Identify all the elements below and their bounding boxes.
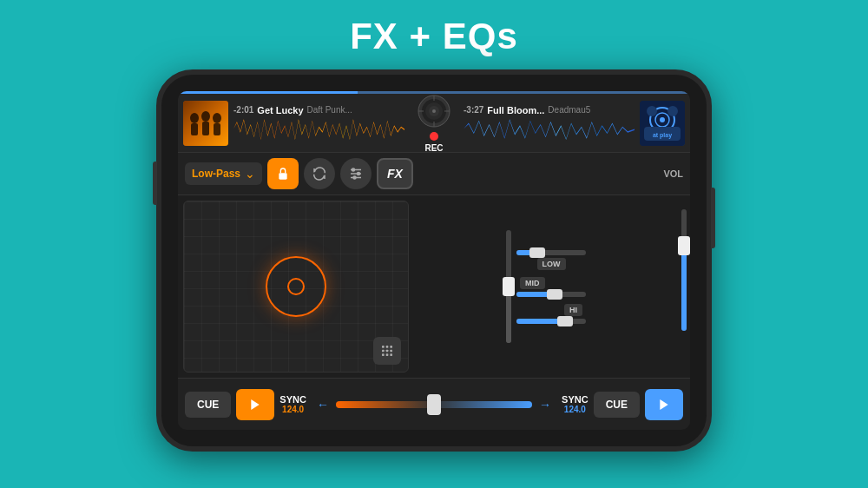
progress-bar-container bbox=[178, 91, 690, 94]
svg-point-22 bbox=[667, 106, 678, 116]
track-info-section: -2:01 Get Lucky Daft Punk... bbox=[178, 94, 690, 153]
svg-rect-34 bbox=[390, 346, 392, 348]
page-title: FX + EQs bbox=[350, 16, 518, 57]
svg-rect-38 bbox=[382, 353, 385, 356]
filter-dropdown[interactable]: Low-Pass ⌄ bbox=[185, 162, 262, 185]
svg-rect-5 bbox=[202, 122, 209, 135]
svg-point-2 bbox=[190, 113, 199, 123]
lock-button[interactable] bbox=[267, 158, 299, 189]
progress-bar-right bbox=[358, 91, 691, 94]
sync-right-label: SYNC bbox=[562, 394, 589, 405]
play-right-button[interactable] bbox=[645, 389, 683, 420]
waveform-right bbox=[464, 117, 635, 142]
album-art-right: at play bbox=[640, 101, 685, 146]
center-vinyl-area: REC bbox=[410, 94, 458, 152]
grid-button[interactable] bbox=[373, 337, 401, 365]
sync-left[interactable]: SYNC 124.0 bbox=[279, 394, 306, 414]
svg-marker-42 bbox=[660, 399, 667, 410]
svg-point-20 bbox=[660, 117, 665, 122]
vinyl-icon[interactable] bbox=[417, 94, 451, 129]
rec-area: REC bbox=[424, 132, 443, 153]
low-label: LOW bbox=[537, 258, 566, 270]
svg-rect-33 bbox=[386, 346, 389, 348]
svg-point-6 bbox=[213, 113, 221, 123]
svg-rect-37 bbox=[390, 350, 392, 353]
sync-right-bpm: 124.0 bbox=[564, 405, 586, 414]
track-left-artist: Daft Punk... bbox=[307, 105, 352, 115]
vol-track bbox=[681, 209, 687, 331]
svg-point-12 bbox=[432, 109, 436, 113]
eq-sliders: LOW MID HI bbox=[516, 201, 586, 373]
track-right-artist: Deadmau5 bbox=[548, 105, 590, 115]
rec-dot bbox=[430, 132, 438, 141]
cue-right-button[interactable]: CUE bbox=[594, 392, 640, 418]
filter-label: Low-Pass bbox=[192, 168, 240, 180]
low-eq-slider[interactable]: LOW bbox=[516, 250, 586, 270]
pad-circle-inner bbox=[287, 278, 305, 295]
track-left-name: Get Lucky bbox=[257, 105, 303, 115]
track-left-time: -2:01 bbox=[233, 105, 253, 115]
svg-rect-36 bbox=[386, 350, 389, 353]
hi-eq-slider[interactable]: HI bbox=[516, 304, 586, 324]
pad-circle-outer bbox=[266, 256, 326, 317]
track-left-info: -2:01 Get Lucky Daft Punk... bbox=[233, 105, 404, 142]
main-fader[interactable] bbox=[506, 201, 511, 373]
svg-rect-25 bbox=[279, 173, 286, 179]
svg-rect-40 bbox=[390, 353, 392, 356]
svg-point-30 bbox=[358, 173, 360, 175]
pad-area[interactable] bbox=[183, 201, 409, 373]
eq-button[interactable] bbox=[340, 158, 372, 189]
main-fader-track bbox=[506, 230, 511, 343]
fx-button[interactable]: FX bbox=[377, 158, 413, 189]
play-left-button[interactable] bbox=[236, 389, 274, 420]
svg-point-21 bbox=[647, 106, 657, 116]
svg-rect-39 bbox=[386, 353, 389, 356]
vol-label: VOL bbox=[663, 168, 683, 179]
track-right-info: -3:27 Full Bloom... Deadmau5 bbox=[464, 105, 635, 142]
cue-left-button[interactable]: CUE bbox=[185, 392, 231, 418]
svg-rect-7 bbox=[214, 123, 220, 135]
svg-rect-35 bbox=[382, 350, 385, 353]
track-left: -2:01 Get Lucky Daft Punk... bbox=[178, 94, 410, 152]
svg-point-31 bbox=[353, 176, 356, 179]
mid-label: MID bbox=[520, 277, 545, 289]
sync-right[interactable]: SYNC 124.0 bbox=[562, 394, 589, 414]
track-right-time: -3:27 bbox=[464, 105, 483, 115]
svg-text:at play: at play bbox=[653, 132, 672, 139]
waveform-left bbox=[233, 117, 404, 142]
svg-marker-41 bbox=[252, 399, 260, 410]
center-sliders: LOW MID HI bbox=[414, 195, 678, 378]
track-right-name: Full Bloom... bbox=[487, 105, 544, 115]
phone-shell: -2:01 Get Lucky Daft Punk... bbox=[156, 69, 712, 452]
vol-slider-area[interactable] bbox=[678, 195, 690, 378]
phone-screen: -2:01 Get Lucky Daft Punk... bbox=[178, 91, 690, 430]
crossfader-area: ← → bbox=[312, 398, 556, 412]
mid-eq-slider[interactable]: MID bbox=[516, 277, 586, 297]
dj-area: LOW MID HI bbox=[178, 195, 690, 378]
progress-bar-left bbox=[178, 91, 358, 94]
hi-label: HI bbox=[564, 304, 582, 316]
fx-label: FX bbox=[387, 167, 403, 181]
crossfader-thumb[interactable] bbox=[427, 394, 441, 415]
sync-left-bpm: 124.0 bbox=[282, 405, 304, 414]
crossfader-track[interactable] bbox=[336, 401, 532, 408]
arrow-right-icon: → bbox=[539, 398, 551, 412]
rec-label: REC bbox=[424, 143, 443, 153]
svg-rect-32 bbox=[382, 346, 385, 348]
arrow-left-icon: ← bbox=[317, 398, 329, 412]
svg-point-4 bbox=[201, 111, 210, 122]
bottom-bar: CUE SYNC 124.0 ← → SY bbox=[178, 378, 690, 430]
svg-point-29 bbox=[352, 168, 355, 171]
chevron-down-icon: ⌄ bbox=[245, 167, 255, 181]
sync-left-label: SYNC bbox=[279, 394, 306, 405]
svg-rect-3 bbox=[191, 123, 198, 135]
track-right: -3:27 Full Bloom... Deadmau5 bbox=[458, 94, 690, 152]
refresh-button[interactable] bbox=[304, 158, 335, 189]
album-art-left bbox=[183, 101, 228, 146]
main-controls: Low-Pass ⌄ bbox=[178, 153, 690, 195]
